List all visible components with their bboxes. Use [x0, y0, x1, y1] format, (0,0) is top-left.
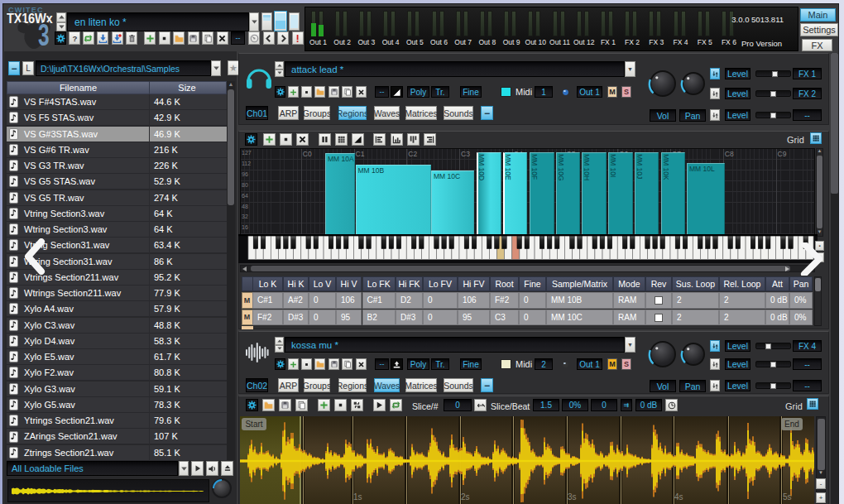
svg-text:?: ?	[72, 34, 77, 43]
